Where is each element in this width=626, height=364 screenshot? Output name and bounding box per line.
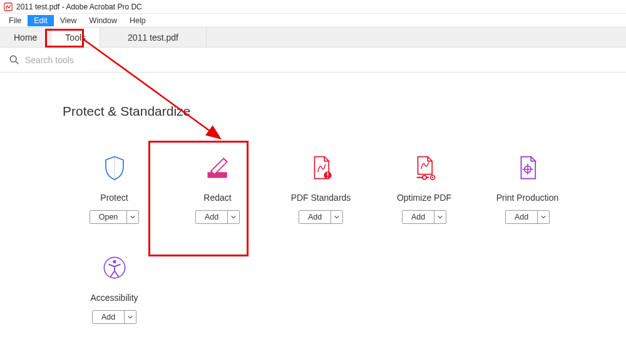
tool-accessibility-dropdown[interactable]: [125, 311, 136, 323]
tool-redact-button-label: Add: [196, 211, 228, 223]
tool-optimize-button[interactable]: Add: [402, 210, 446, 224]
tab-home[interactable]: Home: [0, 28, 51, 47]
menu-help[interactable]: Help: [123, 15, 152, 26]
tool-pdfstandards-dropdown[interactable]: [331, 211, 342, 223]
svg-point-15: [113, 260, 116, 263]
svg-point-8: [422, 176, 426, 179]
search-icon: [9, 54, 20, 66]
optimize-icon: [409, 153, 439, 183]
tool-printprod[interactable]: Print Production Add: [476, 141, 579, 241]
title-bar: 2011 test.pdf - Adobe Acrobat Pro DC: [0, 0, 626, 14]
tool-accessibility-button-label: Add: [93, 311, 125, 323]
tool-printprod-dropdown[interactable]: [538, 211, 549, 223]
tool-optimize-dropdown[interactable]: [434, 211, 446, 223]
search-row: [0, 48, 626, 73]
shield-icon: [100, 153, 130, 183]
tool-protect-button-label: Open: [90, 211, 128, 223]
tool-protect-dropdown[interactable]: [127, 211, 138, 223]
tool-printprod-button-label: Add: [506, 211, 538, 223]
pdf-standards-icon: [306, 153, 336, 183]
tool-accessibility-button[interactable]: Add: [92, 310, 136, 324]
svg-rect-3: [207, 172, 227, 178]
menu-view[interactable]: View: [54, 15, 83, 26]
svg-point-10: [431, 177, 433, 178]
tool-grid: Protect Open Redact Add: [63, 141, 601, 341]
content-area: Protect & Standardize Protect Open Red: [0, 73, 626, 341]
tool-redact-button[interactable]: Add: [195, 210, 240, 224]
menu-edit[interactable]: Edit: [28, 15, 54, 26]
tool-redact-label: Redact: [203, 193, 231, 203]
tool-printprod-button[interactable]: Add: [505, 210, 550, 224]
menu-file[interactable]: File: [3, 15, 28, 26]
tool-optimize[interactable]: Optimize PDF Add: [372, 141, 476, 241]
section-title: Protect & Standardize: [63, 104, 601, 119]
tab-document[interactable]: 2011 test.pdf: [100, 28, 207, 47]
tool-pdfstandards[interactable]: PDF Standards Add: [269, 141, 372, 241]
tool-accessibility-label: Accessibility: [90, 293, 138, 303]
svg-rect-5: [327, 173, 328, 176]
svg-line-2: [16, 61, 18, 64]
tool-protect-label: Protect: [100, 193, 128, 203]
svg-rect-6: [327, 177, 328, 178]
tool-pdfstandards-button-label: Add: [299, 211, 331, 223]
search-input[interactable]: [25, 55, 617, 65]
print-production-icon: [513, 153, 543, 183]
menu-bar: File Edit View Window Help: [0, 14, 626, 28]
tool-pdfstandards-button[interactable]: Add: [299, 210, 343, 224]
menu-window[interactable]: Window: [83, 15, 123, 26]
tool-protect[interactable]: Protect Open: [63, 141, 166, 241]
tool-protect-button[interactable]: Open: [90, 210, 140, 224]
tool-pdfstandards-label: PDF Standards: [291, 193, 351, 203]
tab-tools[interactable]: Tools: [51, 28, 100, 47]
window-title: 2011 test.pdf - Adobe Acrobat Pro DC: [16, 3, 142, 11]
tool-optimize-button-label: Add: [403, 211, 434, 223]
redact-icon: [203, 153, 233, 183]
svg-point-1: [10, 56, 16, 62]
tool-redact-dropdown[interactable]: [228, 211, 239, 223]
tool-optimize-label: Optimize PDF: [397, 193, 451, 203]
tab-row: Home Tools 2011 test.pdf: [0, 28, 626, 48]
tool-redact[interactable]: Redact Add: [166, 141, 269, 241]
tool-accessibility[interactable]: Accessibility Add: [63, 241, 166, 341]
tool-printprod-label: Print Production: [496, 193, 559, 203]
app-icon: [4, 3, 13, 11]
accessibility-icon: [100, 253, 130, 283]
